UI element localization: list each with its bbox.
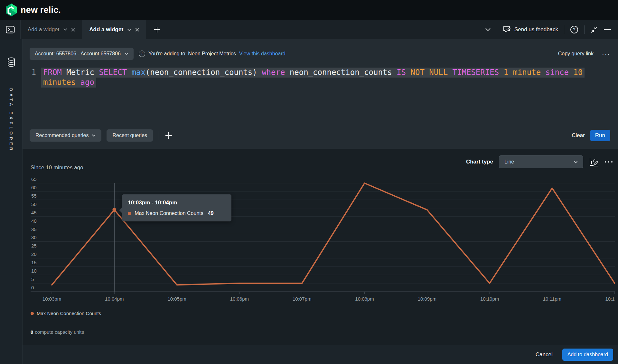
- tab-add-a-widget-2[interactable]: Add a widget: [82, 20, 146, 39]
- tooltip-arrow: [119, 207, 122, 213]
- query-builder-panel: Account: 6557806 - Account 6557806 i You…: [23, 39, 618, 149]
- chart-more-options-button[interactable]: [604, 161, 613, 163]
- ellipsis-icon: [604, 161, 613, 163]
- tooltip-title: 10:03pm - 10:04pm: [128, 200, 226, 206]
- query-console-button[interactable]: [0, 20, 21, 39]
- brand-wordmark: new relic.: [21, 5, 61, 15]
- info-icon: i: [139, 51, 145, 57]
- tab-bar: Add a widget Add a widget Send us feedba…: [0, 20, 618, 39]
- left-sidebar: DATA EXPLORER: [0, 39, 23, 364]
- feedback-icon: [503, 26, 511, 33]
- chart-panel: Chart type Line: [23, 149, 618, 345]
- feedback-label: Send us feedback: [514, 26, 558, 33]
- compute-capacity-value: 0: [31, 329, 33, 335]
- x-axis-labels: 10:03pm10:04pm10:05pm10:06pm10:07pm10:08…: [31, 296, 615, 304]
- compute-capacity-note: 0compute capacity units: [31, 329, 84, 335]
- close-tab-icon[interactable]: [71, 28, 75, 32]
- account-selector-label: Account: 6557806 - Account 6557806: [35, 51, 121, 57]
- tab-add-a-widget-1[interactable]: Add a widget: [21, 20, 82, 39]
- chevron-down-icon: [125, 52, 128, 55]
- line-chart[interactable]: 05101520253035404550556065 10:03pm10:04p…: [31, 176, 615, 304]
- chart-legend[interactable]: Max Neon Connection Counts: [31, 311, 101, 316]
- collapse-window-button[interactable]: [590, 26, 598, 33]
- account-selector[interactable]: Account: 6557806 - Account 6557806: [30, 48, 134, 60]
- database-icon[interactable]: [7, 57, 15, 67]
- divider: [158, 131, 158, 140]
- adding-to-banner: i You're adding to: Neon Project Metrics…: [139, 51, 286, 57]
- chevron-down-icon[interactable]: [63, 28, 67, 31]
- series-color-dot: [128, 212, 131, 215]
- tooltip-series-name: Max Neon Connection Counts: [135, 210, 203, 216]
- plus-icon: [165, 132, 173, 139]
- chevron-down-icon[interactable]: [127, 28, 131, 31]
- clear-button[interactable]: Clear: [572, 132, 585, 139]
- tab-label: Add a widget: [89, 26, 123, 33]
- add-query-button[interactable]: [164, 132, 174, 139]
- chart-edit-icon: [589, 157, 599, 166]
- top-header: new relic.: [0, 0, 618, 20]
- tab-label: Add a widget: [28, 26, 59, 33]
- recommended-queries-label: Recommended queries: [35, 133, 89, 138]
- adding-to-text: You're adding to: Neon Project Metrics: [148, 51, 236, 57]
- plus-icon: [154, 26, 160, 33]
- chart-type-label: Chart type: [466, 159, 493, 165]
- divider: [497, 25, 497, 34]
- send-feedback-button[interactable]: Send us feedback: [503, 26, 558, 33]
- question-icon: ?: [570, 25, 578, 34]
- cancel-button[interactable]: Cancel: [536, 351, 553, 358]
- edit-chart-button[interactable]: [589, 157, 599, 166]
- new-relic-logo[interactable]: new relic.: [5, 4, 61, 16]
- app: new relic. Add a widget Add a widget: [0, 0, 618, 364]
- help-button[interactable]: ?: [570, 25, 578, 34]
- minus-icon: [604, 29, 611, 30]
- new-relic-mark-icon: [5, 4, 17, 16]
- close-tab-icon[interactable]: [135, 28, 139, 32]
- chevron-down-icon: [92, 134, 96, 137]
- recommended-queries-button[interactable]: Recommended queries: [30, 129, 101, 142]
- more-options-icon[interactable]: ···: [602, 50, 610, 58]
- legend-color-dot: [31, 312, 34, 315]
- time-range-label: Since 10 minutes ago: [31, 164, 83, 171]
- legend-label: Max Neon Connection Counts: [37, 311, 101, 316]
- chart-tooltip: 10:03pm - 10:04pm Max Neon Connection Co…: [122, 194, 231, 221]
- add-to-dashboard-button[interactable]: Add to dashboard: [562, 349, 613, 361]
- new-tab-button[interactable]: [146, 20, 168, 39]
- recent-queries-label: Recent queries: [112, 133, 147, 138]
- query-line-1: FROM Metric SELECT max(neon_connection_c…: [41, 68, 585, 78]
- terminal-icon: [6, 26, 15, 33]
- nrql-editor[interactable]: 1 FROM Metric SELECT max(neon_connection…: [23, 68, 618, 88]
- query-line-2: minutes ago: [41, 78, 96, 88]
- footer-actions: Cancel Add to dashboard: [23, 345, 618, 364]
- tabs-overflow-chevron-icon[interactable]: [485, 28, 491, 31]
- nrql-query-text[interactable]: FROM Metric SELECT max(neon_connection_c…: [41, 68, 618, 88]
- chart-type-value: Line: [504, 159, 514, 165]
- recent-queries-button[interactable]: Recent queries: [107, 129, 153, 142]
- minimize-button[interactable]: [604, 29, 611, 30]
- chart-canvas: [31, 176, 615, 295]
- divider: [564, 25, 564, 34]
- chart-type-select[interactable]: Line: [499, 155, 583, 168]
- copy-query-link-button[interactable]: Copy query link: [558, 51, 594, 57]
- svg-text:?: ?: [573, 27, 576, 32]
- chevron-down-icon: [574, 161, 578, 163]
- divider: [584, 25, 585, 34]
- editor-line-number: 1: [23, 68, 41, 88]
- view-dashboard-link[interactable]: View this dashboard: [239, 51, 286, 57]
- collapse-icon: [590, 26, 598, 33]
- run-button[interactable]: Run: [590, 130, 610, 141]
- tooltip-value: 49: [208, 210, 214, 216]
- tabbar-right-controls: Send us feedback ?: [485, 20, 618, 39]
- sidebar-title: DATA EXPLORER: [9, 88, 14, 153]
- compute-capacity-text: compute capacity units: [35, 329, 84, 335]
